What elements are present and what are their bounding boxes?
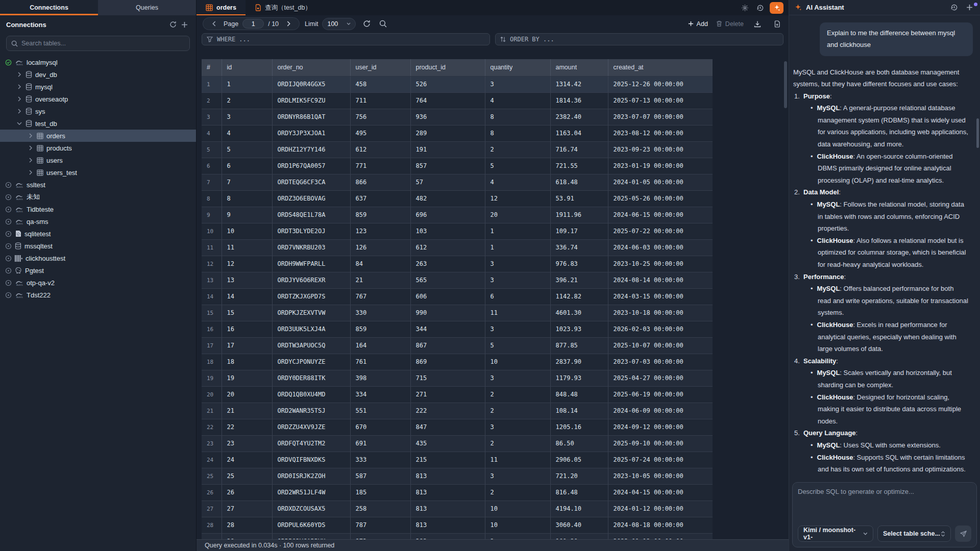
table-row[interactable]: 3 3 ORDNYR86B1QAT 756 936 8 2382.40 2023… <box>202 109 713 125</box>
connection-item[interactable]: MySQL Tdst222 <box>0 289 196 301</box>
table-row[interactable]: 23 23 ORDFQT4YU2TM2 691 435 2 86.50 2025… <box>202 435 713 452</box>
order-by-input[interactable]: ORDER BY ... <box>495 33 783 45</box>
chevron-right-icon[interactable] <box>16 72 22 77</box>
add-row-button[interactable]: Add <box>688 20 708 28</box>
table-row[interactable]: 11 11 ORD7VNKRBU203 126 612 1 336.74 202… <box>202 239 713 256</box>
table-row[interactable]: 17 17 ORDTW3APUOC5Q 164 867 5 877.85 202… <box>202 337 713 354</box>
tree-table-item[interactable]: orders <box>0 130 196 142</box>
table-row[interactable]: 15 15 ORDPKJZEXVTVW 330 990 11 4601.30 2… <box>202 305 713 321</box>
connection-item[interactable]: MySQL Tidbteste <box>0 203 196 215</box>
table-row[interactable]: 4 4 ORDY3JP3XJOA1 495 289 8 1163.04 2023… <box>202 125 713 141</box>
table-row[interactable]: 27 27 ORDXDZCOUSAX5 258 813 10 4194.10 2… <box>202 500 713 517</box>
chevron-right-icon[interactable] <box>28 170 34 175</box>
refresh-connections-icon[interactable] <box>167 19 179 30</box>
table-row[interactable]: 13 13 ORDJYV6O6REXR 21 565 3 396.21 2024… <box>202 272 713 288</box>
tree-database-item[interactable]: sys <box>0 105 196 117</box>
limit-select[interactable]: 100 <box>322 18 356 30</box>
tree-database-testdb[interactable]: test_db <box>0 117 196 130</box>
table-row[interactable]: 24 24 ORDVQIFBNXDKS 333 215 11 2906.05 2… <box>202 452 713 468</box>
table-row[interactable]: 2 2 ORDLMIK5FC9ZU 711 764 4 1814.36 2025… <box>202 92 713 109</box>
ai-prompt-input[interactable]: Describe SQL to generate or optimize... <box>798 488 971 525</box>
tree-database-item[interactable]: overseaotp <box>0 93 196 105</box>
col-header-quantity[interactable]: quantity <box>485 59 550 76</box>
schema-select[interactable]: Select table sche... <box>877 525 951 542</box>
table-row[interactable]: 20 20 ORDQ1QB0XU4MD 334 271 2 848.48 202… <box>202 386 713 403</box>
tree-table-item[interactable]: users_test <box>0 166 196 179</box>
tree-table-item[interactable]: users <box>0 154 196 166</box>
search-tables-input[interactable]: Search tables... <box>6 36 190 51</box>
table-row[interactable]: 25 25 ORD0ISRJK2ZOH 587 813 3 721.20 202… <box>202 468 713 484</box>
chevron-right-icon[interactable] <box>28 145 34 151</box>
chevron-down-icon[interactable] <box>16 121 22 126</box>
connection-item[interactable]: MySQL otp-qa-v2 <box>0 277 196 289</box>
connection-item[interactable]: MySQL ssltest <box>0 179 196 191</box>
ai-new-chat-icon[interactable] <box>964 2 975 13</box>
chevron-right-icon[interactable] <box>16 84 22 89</box>
page-prev-icon[interactable] <box>208 18 219 30</box>
where-filter-input[interactable]: WHERE ... <box>202 33 490 45</box>
tab-connections[interactable]: Connections <box>0 0 98 15</box>
table-row[interactable]: 7 7 ORDTEQG6CF3CA 866 57 4 618.48 2024-0… <box>202 174 713 190</box>
tree-database-item[interactable]: mysql <box>0 81 196 93</box>
table-row[interactable]: 6 6 ORD1P67QA0057 771 857 5 721.55 2023-… <box>202 158 713 174</box>
search-icon <box>11 40 18 47</box>
connection-item[interactable]: MySQL 未知 <box>0 191 196 203</box>
send-button[interactable] <box>955 525 971 542</box>
page-number-input[interactable]: 1 <box>242 19 264 29</box>
cell-id: 24 <box>222 452 272 468</box>
download-icon[interactable] <box>752 18 763 30</box>
col-header-order-no[interactable]: order_no <box>272 59 350 76</box>
col-header-user-id[interactable]: user_id <box>350 59 410 76</box>
col-header-amount[interactable]: amount <box>550 59 608 76</box>
col-header-id[interactable]: id <box>222 59 272 76</box>
table-row[interactable]: 12 12 ORDH9WWFPARLL 84 263 3 976.83 2023… <box>202 256 713 272</box>
table-row[interactable]: 19 19 ORDY0DER88ITK 398 715 3 1179.93 20… <box>202 370 713 386</box>
chevron-right-icon[interactable] <box>16 96 22 102</box>
table-row[interactable]: 16 16 ORD3UUK5LXJ4A 859 344 3 1023.93 20… <box>202 321 713 337</box>
page-next-icon[interactable] <box>283 18 294 30</box>
connection-localmysql[interactable]: MySQL localmysql <box>0 56 196 68</box>
col-header-created-at[interactable]: created_at <box>608 59 713 76</box>
tree-database-item[interactable]: dev_db <box>0 68 196 81</box>
history-icon[interactable] <box>754 2 766 13</box>
tab-orders[interactable]: orders <box>197 0 246 15</box>
table-row[interactable]: 5 5 ORDHZ12Y7Y146 612 191 2 716.74 2023-… <box>202 141 713 158</box>
tab-queries[interactable]: Queries <box>98 0 196 15</box>
ai-chat-scrollbar[interactable] <box>976 118 979 148</box>
table-row[interactable]: 18 18 ORDYCJPONUYZE 761 869 10 2837.90 2… <box>202 354 713 370</box>
connection-item[interactable]: clickhousttest <box>0 252 196 264</box>
chevron-right-icon[interactable] <box>16 109 22 114</box>
table-row[interactable]: 21 21 ORD2WANR35TSJ 551 222 2 108.14 202… <box>202 403 713 419</box>
chevron-right-icon[interactable] <box>28 158 34 163</box>
col-header-product-id[interactable]: product_id <box>410 59 485 76</box>
tree-table-item[interactable]: products <box>0 142 196 154</box>
table-row[interactable]: 14 14 ORDTZKJXGPD7S 767 606 6 1142.82 20… <box>202 288 713 305</box>
model-select[interactable]: Kimi / moonshot-v1- <box>798 525 873 542</box>
delete-row-button[interactable]: Delete <box>716 20 744 28</box>
table-row[interactable]: 8 8 ORDZ3O6EBOVAG 637 482 12 53.91 2025-… <box>202 190 713 207</box>
table-row[interactable]: 22 22 ORDZZU4XV9JZE 670 847 3 1205.16 20… <box>202 419 713 435</box>
table-row[interactable]: 1 1 ORDIJQ0R4GGX5 458 526 3 1314.42 2025… <box>202 76 713 92</box>
table-row[interactable]: 26 26 ORD2WR51JLF4W 185 813 2 816.48 202… <box>202 484 713 500</box>
add-connection-icon[interactable] <box>179 19 190 30</box>
ai-history-icon[interactable] <box>948 2 960 13</box>
search-results-icon[interactable] <box>377 18 388 30</box>
table-row[interactable]: 28 28 ORDPUL6K60YDS 787 813 10 3060.40 2… <box>202 517 713 533</box>
cell-index: 2 <box>202 92 222 109</box>
connection-item[interactable]: mssqltest <box>0 240 196 252</box>
ai-assistant-toggle-button[interactable] <box>770 2 783 14</box>
assistant-section: 4. Scalability:•MySQL: Scales vertically… <box>793 355 969 428</box>
chevron-right-icon[interactable] <box>28 133 34 138</box>
connection-item[interactable]: Pgtest <box>0 264 196 277</box>
export-file-icon[interactable] <box>771 18 782 30</box>
settings-gear-icon[interactable] <box>739 2 750 13</box>
table-row[interactable]: 10 10 ORDT3DLYDE2OJ 123 103 1 109.17 202… <box>202 223 713 239</box>
table-row[interactable]: 9 9 ORDS48QE1L78A 859 696 20 1911.96 202… <box>202 207 713 223</box>
cell-quantity: 6 <box>485 288 550 305</box>
refresh-results-icon[interactable] <box>361 18 372 30</box>
connection-item[interactable]: MySQL qa-sms <box>0 215 196 228</box>
connection-item[interactable]: sqlitetest <box>0 228 196 240</box>
table-scrollbar[interactable] <box>784 61 787 108</box>
col-header-index[interactable]: # <box>202 59 222 76</box>
tab-query-testdb[interactable]: 查询（test_db） <box>246 0 321 15</box>
